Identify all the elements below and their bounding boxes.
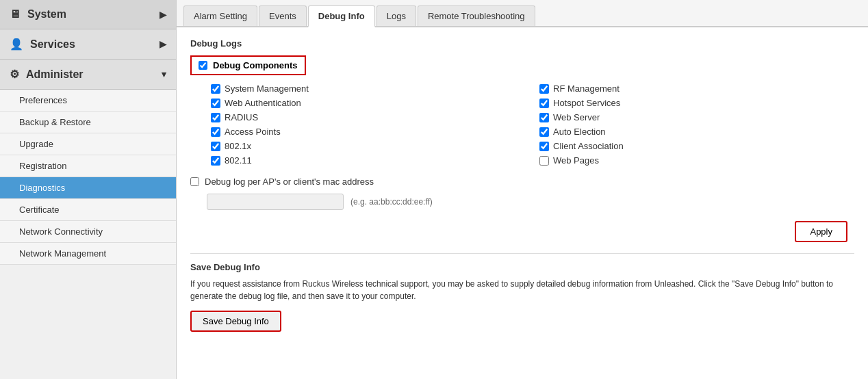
sidebar: 🖥 System ▶ 👤 Services ▶ ⚙ Administer ▾ P… bbox=[0, 0, 177, 379]
apply-button[interactable]: Apply bbox=[795, 221, 847, 242]
tab-alarm-setting[interactable]: Alarm Setting bbox=[183, 5, 257, 26]
mac-address-section: Debug log per AP's or client's mac addre… bbox=[190, 177, 854, 210]
tab-debug-info[interactable]: Debug Info bbox=[308, 5, 375, 27]
content-area: Debug Logs Debug Components System Manag… bbox=[177, 27, 868, 379]
main-content: Alarm Setting Events Debug Info Logs Rem… bbox=[177, 0, 868, 379]
checkbox-hotspot-services: Hotspot Services bbox=[539, 98, 854, 108]
debug-components-label[interactable]: Debug Components bbox=[213, 60, 298, 70]
mac-input-row: (e.g. aa:bb:cc:dd:ee:ff) bbox=[207, 194, 854, 210]
tab-bar: Alarm Setting Events Debug Info Logs Rem… bbox=[177, 0, 868, 27]
mac-label[interactable]: Debug log per AP's or client's mac addre… bbox=[205, 177, 374, 187]
checkbox-client-association: Client Association bbox=[539, 141, 854, 151]
sidebar-item-certificate[interactable]: Certificate bbox=[0, 199, 176, 221]
system-arrow-icon: ▶ bbox=[159, 10, 166, 20]
sidebar-item-network-management[interactable]: Network Management bbox=[0, 243, 176, 265]
gear-icon: ⚙ bbox=[10, 68, 19, 81]
administer-arrow-icon: ▾ bbox=[162, 69, 166, 79]
tab-events[interactable]: Events bbox=[259, 5, 307, 26]
save-debug-button[interactable]: Save Debug Info bbox=[190, 311, 281, 332]
sidebar-item-administer[interactable]: ⚙ Administer ▾ bbox=[0, 60, 176, 90]
debug-checkboxes-grid: System Management RF Management Web Auth… bbox=[211, 83, 854, 166]
tab-logs[interactable]: Logs bbox=[376, 5, 416, 26]
checkbox-web-pages: Web Pages bbox=[539, 155, 854, 166]
apply-row: Apply bbox=[190, 221, 854, 242]
checkbox-802-1x: 802.1x bbox=[211, 141, 526, 151]
sidebar-item-upgrade[interactable]: Upgrade bbox=[0, 133, 176, 155]
sidebar-administer-label: Administer bbox=[26, 68, 162, 81]
checkbox-web-auth: Web Authentication bbox=[211, 98, 526, 108]
save-debug-description: If you request assistance from Ruckus Wi… bbox=[190, 278, 854, 302]
mac-checkbox[interactable] bbox=[190, 177, 199, 186]
sidebar-item-preferences[interactable]: Preferences bbox=[0, 90, 176, 112]
checkbox-system-management: System Management bbox=[211, 83, 526, 94]
checkbox-access-points: Access Points bbox=[211, 127, 526, 137]
sidebar-services-label: Services bbox=[30, 38, 159, 51]
tab-remote-troubleshooting[interactable]: Remote Troubleshooting bbox=[418, 5, 535, 26]
checkbox-web-server: Web Server bbox=[539, 112, 854, 122]
sidebar-item-system[interactable]: 🖥 System ▶ bbox=[0, 0, 176, 29]
mac-hint: (e.g. aa:bb:cc:dd:ee:ff) bbox=[350, 197, 433, 207]
checkbox-radius: RADIUS bbox=[211, 112, 526, 122]
services-arrow-icon: ▶ bbox=[159, 39, 166, 49]
divider bbox=[190, 253, 854, 254]
checkbox-802-11: 802.11 bbox=[211, 155, 526, 166]
mac-input[interactable] bbox=[207, 194, 344, 210]
debug-components-header: Debug Components bbox=[190, 55, 306, 75]
checkbox-auto-election: Auto Election bbox=[539, 127, 854, 137]
checkbox-rf-management: RF Management bbox=[539, 83, 854, 94]
services-icon: 👤 bbox=[10, 38, 23, 51]
mac-header: Debug log per AP's or client's mac addre… bbox=[190, 177, 854, 187]
sidebar-item-backup-restore[interactable]: Backup & Restore bbox=[0, 112, 176, 133]
sidebar-item-services[interactable]: 👤 Services ▶ bbox=[0, 29, 176, 60]
debug-logs-title: Debug Logs bbox=[190, 38, 854, 49]
sidebar-item-network-connectivity[interactable]: Network Connectivity bbox=[0, 221, 176, 243]
administer-submenu: Preferences Backup & Restore Upgrade Reg… bbox=[0, 90, 176, 265]
debug-components-checkbox[interactable] bbox=[199, 61, 207, 70]
save-debug-title: Save Debug Info bbox=[190, 262, 854, 272]
sidebar-system-label: System bbox=[27, 8, 159, 21]
monitor-icon: 🖥 bbox=[10, 8, 21, 21]
sidebar-item-diagnostics[interactable]: Diagnostics bbox=[0, 177, 176, 199]
sidebar-item-registration[interactable]: Registration bbox=[0, 155, 176, 177]
